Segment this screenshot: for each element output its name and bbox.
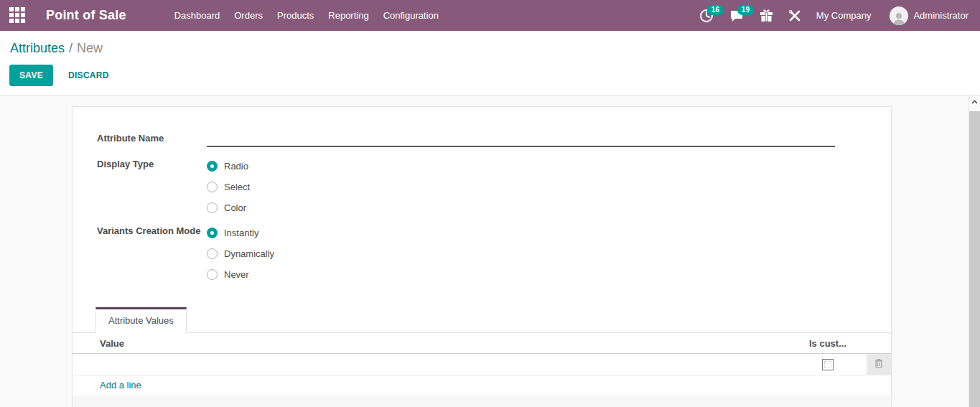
attribute-values-table: Value Is cust... Add a l	[73, 333, 891, 407]
option-label: Select	[224, 182, 250, 192]
activity-count-badge: 16	[707, 5, 724, 15]
save-button[interactable]: SAVE	[9, 65, 53, 86]
display-type-option-select[interactable]: Select	[207, 177, 250, 197]
menu-configuration[interactable]: Configuration	[376, 1, 446, 29]
attribute-name-input[interactable]	[207, 130, 835, 147]
menu-products[interactable]: Products	[270, 1, 321, 29]
message-count-badge: 19	[737, 5, 754, 15]
display-type-label: Display Type	[97, 156, 207, 172]
display-type-radio-group: Radio Select Color	[207, 156, 250, 218]
control-panel: SAVE DISCARD	[0, 60, 980, 95]
menu-reporting[interactable]: Reporting	[321, 1, 375, 29]
option-label: Instantly	[224, 228, 258, 238]
radio-button-icon[interactable]	[207, 248, 218, 259]
radio-button-icon[interactable]	[207, 269, 218, 280]
is-custom-cell	[789, 359, 867, 370]
form-view-container: Attribute Name Display Type Radio Select	[0, 95, 980, 407]
add-a-line-link[interactable]: Add a line	[73, 380, 141, 390]
trash-icon	[874, 358, 883, 370]
is-custom-checkbox[interactable]	[822, 359, 834, 370]
delete-row-button[interactable]	[867, 354, 891, 375]
breadcrumb-parent-link[interactable]: Attributes	[10, 41, 65, 55]
top-navbar: Point of Sale Dashboard Orders Products …	[0, 0, 980, 31]
add-line-row: Add a line	[73, 375, 891, 395]
notebook: Attribute Values Value Is cust...	[73, 307, 891, 407]
vertical-scrollbar[interactable]	[968, 95, 980, 407]
variants-mode-option-never[interactable]: Never	[207, 264, 274, 285]
activities-button[interactable]: 16	[699, 9, 714, 23]
display-type-option-radio[interactable]: Radio	[207, 156, 250, 177]
user-name: Administrator	[913, 10, 969, 21]
variants-mode-radio-group: Instantly Dynamically Never	[207, 223, 274, 285]
main-menu: Dashboard Orders Products Reporting Conf…	[167, 1, 446, 29]
radio-button-icon[interactable]	[207, 202, 218, 213]
navbar-systray: 16 19 My Company Administrator	[699, 6, 969, 25]
variants-mode-option-instantly[interactable]: Instantly	[207, 223, 274, 243]
variants-mode-label: Variants Creation Mode	[97, 223, 207, 238]
variants-mode-row: Variants Creation Mode Instantly Dynamic…	[97, 223, 866, 285]
option-label: Dynamically	[224, 248, 274, 259]
menu-dashboard[interactable]: Dashboard	[167, 1, 228, 29]
user-menu[interactable]: Administrator	[890, 6, 969, 25]
form-sheet: Attribute Name Display Type Radio Select	[72, 106, 892, 407]
messages-button[interactable]: 19	[729, 9, 744, 23]
attribute-name-row: Attribute Name	[97, 130, 866, 147]
discard-button[interactable]: DISCARD	[58, 65, 119, 86]
display-type-option-color[interactable]: Color	[207, 197, 250, 218]
menu-orders[interactable]: Orders	[227, 1, 270, 29]
scrollbar-up-arrow[interactable]	[969, 95, 980, 108]
variants-mode-option-dynamically[interactable]: Dynamically	[207, 243, 274, 264]
attribute-name-label: Attribute Name	[97, 130, 207, 146]
company-switcher[interactable]: My Company	[816, 10, 872, 21]
option-label: Never	[224, 269, 249, 280]
tab-bar: Attribute Values	[73, 307, 891, 333]
option-label: Color	[224, 202, 246, 213]
scrollbar-thumb[interactable]	[969, 111, 980, 407]
gift-icon[interactable]	[760, 9, 773, 22]
radio-button-icon[interactable]	[207, 182, 218, 192]
breadcrumb-separator: /	[69, 41, 73, 55]
apps-menu-icon[interactable]	[9, 7, 27, 24]
table-row[interactable]	[73, 354, 891, 375]
breadcrumb-current: New	[77, 41, 103, 55]
column-header-is-custom[interactable]: Is cust...	[789, 338, 867, 349]
table-header-row: Value Is cust...	[73, 333, 891, 354]
display-type-row: Display Type Radio Select Color	[97, 156, 866, 218]
app-title[interactable]: Point of Sale	[46, 8, 126, 23]
radio-button-checked-icon[interactable]	[207, 161, 218, 172]
radio-button-checked-icon[interactable]	[207, 228, 218, 238]
table-footer	[73, 396, 891, 407]
tools-icon[interactable]	[788, 9, 801, 22]
tab-attribute-values[interactable]: Attribute Values	[95, 307, 187, 333]
breadcrumb: Attributes/New	[0, 31, 980, 60]
user-avatar	[890, 6, 908, 25]
option-label: Radio	[224, 161, 248, 172]
column-header-value[interactable]: Value	[73, 338, 789, 349]
